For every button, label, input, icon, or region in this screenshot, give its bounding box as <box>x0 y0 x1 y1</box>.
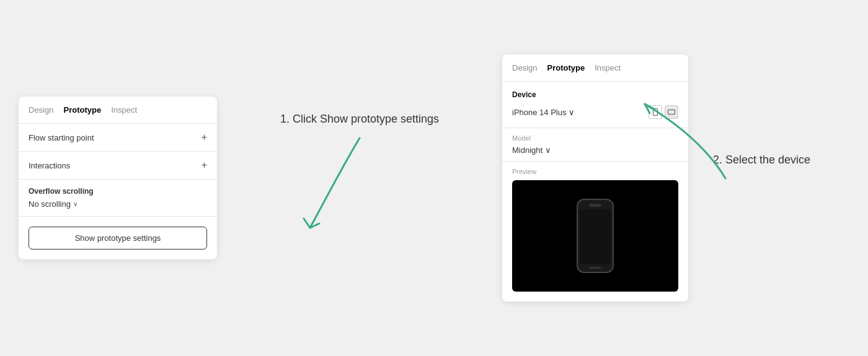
interactions-label: Interactions <box>29 161 70 170</box>
step2-area: 2. Select the device <box>713 116 849 240</box>
show-prototype-settings-button[interactable]: Show prototype settings <box>29 227 207 250</box>
device-selector[interactable]: iPhone 14 Plus ∨ <box>512 108 575 117</box>
model-chevron: ∨ <box>545 145 551 155</box>
tab-inspect-right[interactable]: Inspect <box>595 61 621 75</box>
phone-mockup <box>577 199 614 273</box>
overflow-scrolling-value: No scrolling <box>29 199 71 209</box>
left-tabs: Design Prototype Inspect <box>19 97 217 124</box>
phone-home-indicator <box>589 267 601 269</box>
arrow2-svg <box>626 92 738 191</box>
model-value: Midnight <box>512 145 542 155</box>
preview-box <box>512 180 678 292</box>
overflow-scrolling-dropdown[interactable]: No scrolling ∨ <box>29 199 207 209</box>
show-prototype-section: Show prototype settings <box>19 217 217 259</box>
tab-prototype-right[interactable]: Prototype <box>547 61 585 75</box>
interactions-add-icon[interactable]: + <box>202 160 207 170</box>
tab-design-right[interactable]: Design <box>512 61 537 75</box>
arrow1-svg <box>291 132 428 243</box>
overflow-scrolling-title: Overflow scrolling <box>29 187 207 196</box>
right-tabs: Design Prototype Inspect <box>502 54 688 82</box>
overflow-scrolling-chevron: ∨ <box>73 201 78 207</box>
phone-notch <box>589 204 601 207</box>
overflow-scrolling-section: Overflow scrolling No scrolling ∨ <box>19 180 217 217</box>
left-panel: Design Prototype Inspect Flow starting p… <box>19 97 217 259</box>
device-selected-value: iPhone 14 Plus <box>512 108 566 117</box>
step1-annotation: 1. Click Show prototype settings <box>280 113 439 126</box>
tab-design-left[interactable]: Design <box>29 103 53 117</box>
flow-starting-point-section: Flow starting point + <box>19 124 217 152</box>
flow-starting-point-label: Flow starting point <box>29 133 94 142</box>
flow-starting-point-add-icon[interactable]: + <box>202 132 207 142</box>
device-chevron: ∨ <box>569 108 575 117</box>
phone-screen <box>580 209 611 264</box>
interactions-section: Interactions + <box>19 152 217 180</box>
tab-prototype-left[interactable]: Prototype <box>63 103 101 117</box>
tab-inspect-left[interactable]: Inspect <box>111 103 137 117</box>
